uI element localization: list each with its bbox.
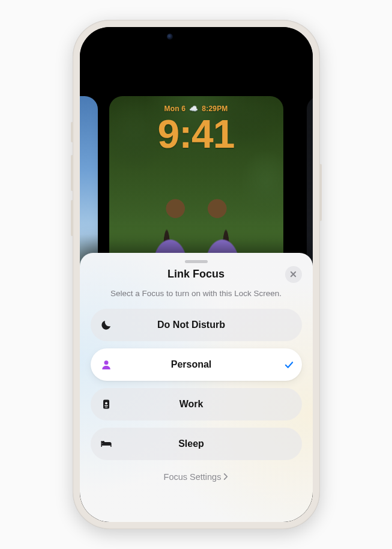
link-focus-sheet: Link Focus Select a Focus to turn on wit… [80, 253, 313, 522]
lockscreen-clock: Mon 6 ☁️ 8:29PM 9:41 [109, 105, 283, 154]
notch [151, 27, 241, 46]
focus-option-label: Work [106, 399, 277, 410]
volume-up-button [71, 155, 73, 191]
close-icon [290, 269, 297, 280]
sheet-grabber[interactable] [185, 260, 208, 263]
close-button[interactable] [285, 266, 302, 283]
focus-option-label: Personal [106, 359, 277, 370]
focus-settings-label: Focus Settings [164, 472, 222, 482]
focus-settings-link[interactable]: Focus Settings [91, 472, 302, 482]
chevron-right-icon [223, 472, 228, 482]
focus-option-dnd[interactable]: Do Not Disturb [91, 309, 302, 341]
focus-option-personal[interactable]: Personal [91, 348, 302, 381]
mute-switch [71, 122, 73, 142]
screen: Mon 6 ☁️ 8:29PM 9:41 Link Focus Select a [80, 27, 313, 522]
sheet-subtitle: Select a Focus to turn on with this Lock… [95, 289, 297, 298]
focus-option-label: Sleep [106, 438, 277, 449]
checkmark-icon [277, 360, 302, 370]
focus-options-list: Do Not Disturb Personal Wo [91, 309, 302, 460]
phone-frame: Mon 6 ☁️ 8:29PM 9:41 Link Focus Select a [73, 20, 320, 529]
focus-option-sleep[interactable]: Sleep [91, 428, 302, 460]
power-button [319, 164, 322, 221]
front-camera [167, 34, 173, 40]
volume-down-button [71, 200, 73, 236]
lockscreen-time-large: 9:41 [109, 114, 283, 154]
focus-option-label: Do Not Disturb [106, 320, 277, 330]
focus-option-work[interactable]: Work [91, 388, 302, 420]
sheet-title: Link Focus [91, 268, 302, 281]
